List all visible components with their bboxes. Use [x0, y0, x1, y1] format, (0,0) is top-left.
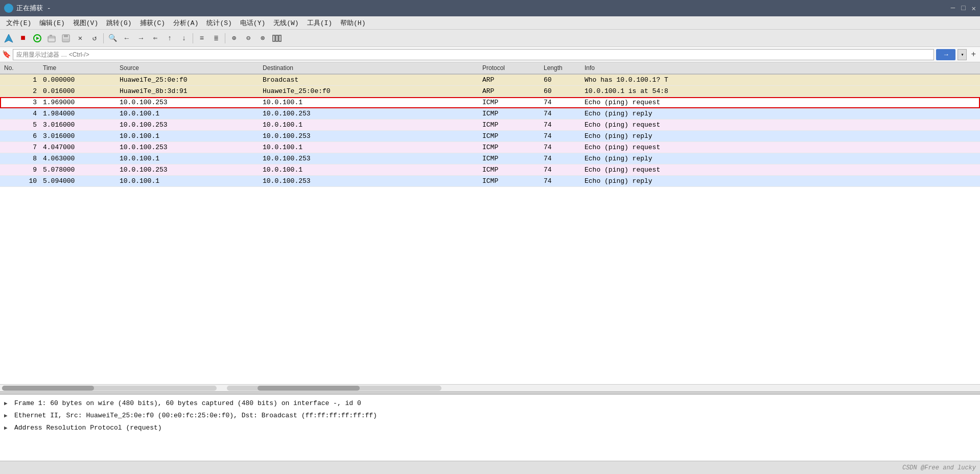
toolbar-open[interactable] [45, 32, 58, 45]
close-button[interactable]: ✕ [972, 4, 976, 13]
cell-protocol: ARP [480, 76, 542, 84]
header-length: Length [542, 64, 582, 72]
detail-row[interactable]: ▶ Address Resolution Protocol (request) [0, 421, 980, 434]
cell-destination: 10.0.100.1 [261, 166, 480, 174]
minimize-button[interactable]: ─ [951, 4, 955, 12]
horizontal-scrollbar[interactable] [0, 384, 980, 391]
cell-length: 74 [542, 144, 582, 151]
cell-protocol: ICMP [480, 121, 542, 129]
toolbar-stop[interactable]: ■ [16, 32, 30, 45]
cell-time: 3.016000 [41, 132, 118, 140]
cell-time: 3.016000 [41, 121, 118, 129]
toolbar-zoom-in[interactable]: ⊕ [227, 32, 241, 45]
cell-destination: 10.0.100.253 [261, 110, 480, 117]
menu-item-wireless[interactable]: 无线(W) [269, 17, 302, 29]
cell-source: 10.0.100.253 [118, 99, 261, 106]
toolbar-sharkfin[interactable] [2, 32, 15, 45]
cell-length: 74 [542, 99, 582, 106]
cell-length: 74 [542, 177, 582, 185]
toolbar-zoom-reset[interactable]: ⊗ [256, 32, 269, 45]
detail-expand-arrow[interactable]: ▶ [4, 424, 11, 431]
header-no: No. [0, 64, 41, 72]
cell-source: HuaweiTe_25:0e:f0 [118, 76, 261, 84]
filter-bookmark-icon[interactable]: 🔖 [2, 50, 11, 59]
header-protocol: Protocol [480, 64, 542, 72]
table-row[interactable]: 7 4.047000 10.0.100.253 10.0.100.1 ICMP … [0, 142, 980, 153]
toolbar-zoom-out[interactable]: ⊖ [242, 32, 255, 45]
toolbar-go-first[interactable]: ⇐ [149, 32, 162, 45]
toolbar-resize-cols[interactable] [270, 32, 284, 45]
menu-item-stats[interactable]: 统计(S) [202, 17, 236, 29]
menu-item-phone[interactable]: 电话(Y) [236, 17, 269, 29]
cell-no: 1 [0, 76, 41, 84]
watermark: CSDN @Free and lucky [902, 464, 976, 471]
toolbar-find[interactable]: 🔍 [106, 32, 119, 45]
svg-rect-4 [50, 35, 52, 37]
menu-item-tools[interactable]: 工具(I) [303, 17, 336, 29]
maximize-button[interactable]: □ [961, 4, 965, 12]
header-time: Time [41, 64, 118, 72]
cell-no: 6 [0, 132, 41, 140]
svg-rect-6 [64, 35, 68, 37]
menu-item-capture[interactable]: 捕获(C) [136, 17, 169, 29]
table-row[interactable]: 9 5.078000 10.0.100.253 10.0.100.1 ICMP … [0, 164, 980, 176]
detail-expand-arrow[interactable]: ▶ [4, 412, 11, 419]
cell-source: 10.0.100.1 [118, 155, 261, 162]
menu-item-help[interactable]: 帮助(H) [336, 17, 369, 29]
detail-expand-arrow[interactable]: ▶ [4, 400, 11, 407]
h-scroll-thumb-2[interactable] [258, 386, 360, 391]
table-row[interactable]: 10 5.094000 10.0.100.1 10.0.100.253 ICMP… [0, 176, 980, 187]
table-row[interactable]: 2 0.016000 HuaweiTe_8b:3d:91 HuaweiTe_25… [0, 86, 980, 97]
cell-destination: HuaweiTe_25:0e:f0 [261, 87, 480, 95]
cell-protocol: ARP [480, 87, 542, 95]
toolbar-go-up[interactable]: ↑ [163, 32, 176, 45]
window-controls: ─ □ ✕ [951, 4, 976, 13]
packet-list: 1 0.000000 HuaweiTe_25:0e:f0 Broadcast A… [0, 75, 980, 384]
cell-time: 0.016000 [41, 87, 118, 95]
toolbar-back[interactable]: ← [120, 32, 133, 45]
cell-length: 74 [542, 155, 582, 162]
filter-dropdown-button[interactable]: ▾ [958, 49, 967, 60]
menu-item-edit[interactable]: 编辑(E) [35, 17, 68, 29]
h-scroll-track-2[interactable] [227, 386, 441, 391]
filter-apply-button[interactable]: → [936, 49, 955, 60]
detail-row[interactable]: ▶ Frame 1: 60 bytes on wire (480 bits), … [0, 397, 980, 409]
menu-item-analyze[interactable]: 分析(A) [169, 17, 202, 29]
cell-destination: 10.0.100.1 [261, 99, 480, 106]
header-destination: Destination [261, 64, 480, 72]
menu-item-file[interactable]: 文件(E) [2, 17, 35, 29]
svg-rect-7 [63, 39, 68, 41]
toolbar-go-down[interactable]: ↓ [177, 32, 191, 45]
toolbar-colorize[interactable]: ≡ [195, 32, 208, 45]
toolbar-autoscroll[interactable]: ≣ [209, 32, 223, 45]
app-icon [4, 4, 13, 13]
table-row[interactable]: 6 3.016000 10.0.100.1 10.0.100.253 ICMP … [0, 131, 980, 142]
toolbar-save[interactable] [59, 32, 73, 45]
toolbar-reload[interactable]: ↺ [88, 32, 101, 45]
cell-info: Echo (ping) request [582, 99, 980, 106]
svg-rect-3 [48, 36, 55, 42]
table-row[interactable]: 5 3.016000 10.0.100.253 10.0.100.1 ICMP … [0, 120, 980, 131]
cell-length: 74 [542, 132, 582, 140]
table-row[interactable]: 3 1.969000 10.0.100.253 10.0.100.1 ICMP … [0, 97, 980, 108]
cell-destination: 10.0.100.1 [261, 144, 480, 151]
cell-source: 10.0.100.1 [118, 177, 261, 185]
menu-item-go[interactable]: 跳转(G) [102, 17, 135, 29]
toolbar-forward[interactable]: → [134, 32, 148, 45]
filter-add-button[interactable]: + [969, 50, 978, 59]
cell-info: Echo (ping) request [582, 144, 980, 151]
menu-item-view[interactable]: 视图(V) [69, 17, 102, 29]
toolbar-restart[interactable] [31, 32, 44, 45]
filter-input[interactable] [13, 49, 934, 60]
h-scroll-track-1[interactable] [2, 386, 217, 391]
table-row[interactable]: 8 4.063000 10.0.100.1 10.0.100.253 ICMP … [0, 153, 980, 164]
table-row[interactable]: 4 1.984000 10.0.100.1 10.0.100.253 ICMP … [0, 108, 980, 120]
table-row[interactable]: 1 0.000000 HuaweiTe_25:0e:f0 Broadcast A… [0, 75, 980, 86]
h-scroll-thumb-1[interactable] [2, 386, 94, 391]
detail-row[interactable]: ▶ Ethernet II, Src: HuaweiTe_25:0e:f0 (0… [0, 409, 980, 421]
cell-info: Echo (ping) request [582, 166, 980, 174]
cell-destination: 10.0.100.253 [261, 177, 480, 185]
toolbar-close[interactable]: ✕ [74, 32, 87, 45]
title-bar: 正在捕获 - ─ □ ✕ [0, 0, 980, 16]
cell-no: 3 [0, 99, 41, 106]
